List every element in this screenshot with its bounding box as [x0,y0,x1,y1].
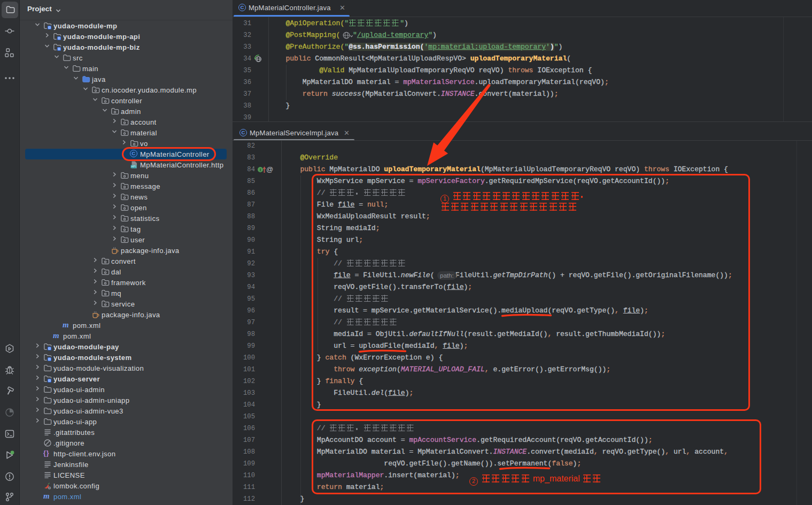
svg-text:API: API [132,165,136,168]
svg-text:I: I [260,167,261,172]
